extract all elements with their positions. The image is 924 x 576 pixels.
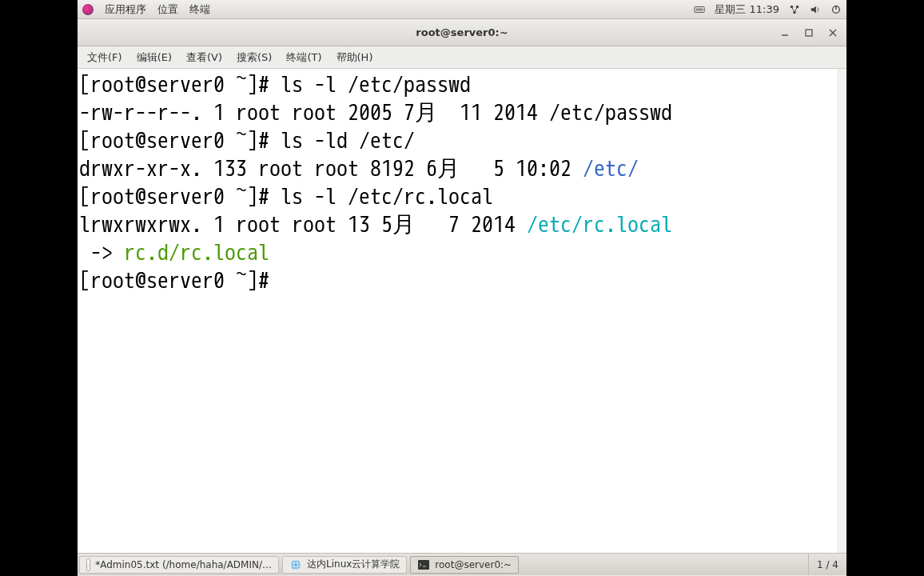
text-editor-icon — [86, 558, 90, 571]
applications-menu[interactable]: 应用程序 — [105, 2, 146, 17]
term-dir-path: /etc/ — [583, 154, 639, 182]
menu-file[interactable]: 文件(F) — [81, 48, 129, 67]
task-item-editor[interactable]: *Admin05.txt (/home/haha/ADMIN/… — [79, 556, 279, 574]
keyboard-icon[interactable] — [694, 4, 705, 15]
menu-help[interactable]: 帮助(H) — [330, 48, 380, 67]
web-icon — [289, 558, 302, 571]
menu-view[interactable]: 查看(V) — [180, 48, 229, 67]
term-line: -> — [79, 238, 124, 266]
term-symlink-path: /etc/rc.local — [527, 210, 672, 238]
task-label: *Admin05.txt (/home/haha/ADMIN/… — [95, 559, 272, 570]
svg-rect-16 — [418, 560, 429, 570]
term-line: drwxr-xr-x. 133 root root 8192 6月 5 10:0… — [79, 154, 583, 182]
svg-rect-0 — [695, 6, 704, 12]
svg-point-13 — [291, 560, 301, 570]
task-item-terminal[interactable]: root@server0:~ — [410, 556, 519, 574]
terminal-menu-item[interactable]: 终端 — [189, 2, 210, 17]
system-top-panel: 应用程序 位置 终端 星期三 11:39 — [78, 0, 846, 19]
menu-bar: 文件(F) 编辑(E) 查看(V) 搜索(S) 终端(T) 帮助(H) — [78, 46, 846, 69]
power-icon[interactable] — [830, 4, 842, 15]
clock-label[interactable]: 星期三 11:39 — [715, 2, 779, 17]
task-item-browser[interactable]: 达内Linux云计算学院 — [282, 556, 407, 574]
network-icon[interactable] — [789, 4, 800, 15]
volume-icon[interactable] — [810, 4, 821, 15]
bottom-taskbar: *Admin05.txt (/home/haha/ADMIN/… 达内Linux… — [78, 553, 846, 575]
term-line: [root@server0 ~]# ls -ld /etc/ — [79, 126, 415, 154]
close-button[interactable] — [824, 26, 842, 40]
menu-search[interactable]: 搜索(S) — [230, 48, 278, 67]
svg-rect-9 — [806, 30, 812, 36]
window-title: root@server0:~ — [416, 26, 508, 38]
menu-terminal[interactable]: 终端(T) — [280, 48, 328, 67]
term-symlink-target: rc.d/rc.local — [124, 238, 269, 266]
term-line: [root@server0 ~]# ls -l /etc/passwd — [79, 70, 471, 98]
window-titlebar[interactable]: root@server0:~ — [78, 19, 846, 46]
workspace-pager[interactable]: 1 / 4 — [808, 554, 846, 575]
term-line: lrwxrwxrwx. 1 root root 13 5月 7 2014 — [79, 210, 527, 238]
menu-edit[interactable]: 编辑(E) — [130, 48, 178, 67]
terminal-view[interactable]: [root@server0 ~]# ls -l /etc/passwd-rw-r… — [78, 69, 846, 553]
places-menu[interactable]: 位置 — [157, 2, 178, 17]
term-line: [root@server0 ~]# ls -l /etc/rc.local — [79, 182, 493, 210]
minimize-button[interactable] — [776, 26, 794, 40]
task-label: 达内Linux云计算学院 — [307, 558, 400, 571]
task-label: root@server0:~ — [435, 559, 512, 570]
svg-rect-12 — [88, 566, 90, 567]
term-line: -rw-r--r--. 1 root root 2005 7月 11 2014 … — [79, 98, 672, 126]
distro-logo-icon — [82, 4, 94, 15]
terminal-scrollbar[interactable] — [837, 69, 846, 553]
terminal-icon — [417, 558, 430, 571]
maximize-button[interactable] — [800, 26, 818, 40]
term-prompt: [root@server0 ~]# — [79, 266, 281, 294]
